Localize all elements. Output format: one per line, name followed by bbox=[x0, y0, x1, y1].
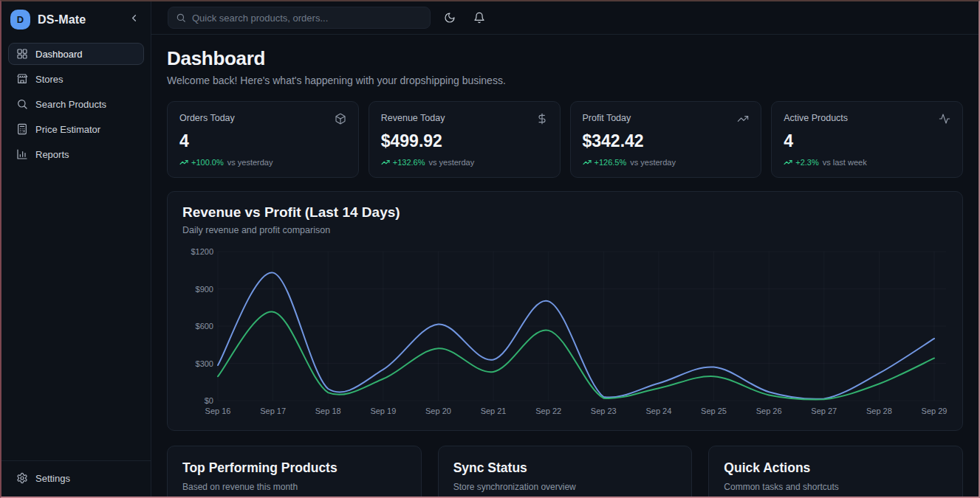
search-input[interactable] bbox=[192, 13, 422, 24]
sidebar-item-dashboard[interactable]: Dashboard bbox=[8, 43, 144, 65]
sidebar-item-search-products[interactable]: Search Products bbox=[8, 93, 144, 115]
y-axis-tick-label: $300 bbox=[196, 359, 213, 368]
package-icon bbox=[335, 113, 346, 125]
x-axis-tick-label: Sep 18 bbox=[315, 407, 341, 415]
page-title: Dashboard bbox=[167, 47, 963, 70]
card-title: Sync Status bbox=[453, 460, 677, 476]
page-subtitle: Welcome back! Here's what's happening wi… bbox=[167, 75, 963, 86]
sidebar-item-label: Search Products bbox=[35, 99, 106, 110]
page-content: Dashboard Welcome back! Here's what's ha… bbox=[151, 35, 979, 497]
sidebar-nav: Dashboard Stores Search Products Price E… bbox=[1, 37, 151, 171]
trending-up-icon bbox=[737, 113, 749, 125]
sidebar-item-label: Reports bbox=[35, 149, 69, 160]
sidebar-item-label: Settings bbox=[35, 473, 70, 484]
moon-icon bbox=[444, 12, 456, 24]
x-axis-tick-label: Sep 23 bbox=[591, 407, 617, 415]
trending-up-icon bbox=[784, 158, 792, 167]
chart-subtitle: Daily revenue and profit comparison bbox=[182, 225, 948, 235]
y-axis-tick-label: $0 bbox=[205, 396, 213, 405]
dashboard-grid-icon bbox=[16, 48, 28, 60]
x-axis-tick-label: Sep 19 bbox=[370, 407, 396, 415]
card-subtitle: Common tasks and shortcuts bbox=[724, 482, 948, 492]
sidebar-collapse-button[interactable] bbox=[126, 12, 142, 28]
trending-up-icon bbox=[583, 158, 592, 167]
app-name: DS-Mate bbox=[38, 13, 118, 27]
main-area: Dashboard Welcome back! Here's what's ha… bbox=[151, 1, 979, 497]
stat-change-suffix: vs yesterday bbox=[227, 158, 273, 167]
trend-up-group: +100.0% bbox=[179, 158, 224, 167]
stat-card-orders-today: Orders Today 4 +100.0% vs yesterday bbox=[167, 101, 359, 178]
stat-value: 4 bbox=[179, 131, 346, 151]
stat-change: +126.5% bbox=[594, 158, 627, 167]
x-axis-tick-label: Sep 28 bbox=[866, 407, 892, 415]
sidebar-spacer bbox=[1, 171, 151, 460]
stat-label: Active Products bbox=[784, 113, 848, 123]
bar-chart-icon bbox=[16, 148, 28, 160]
card-subtitle: Based on revenue this month bbox=[182, 482, 406, 492]
stat-value: $499.92 bbox=[381, 131, 548, 151]
sync-status-card: Sync Status Store synchronization overvi… bbox=[438, 446, 693, 497]
trend-up-group: +126.5% bbox=[583, 158, 627, 167]
logo-letter: D bbox=[17, 14, 24, 25]
line-chart: $0$300$600$900$1200Sep 16Sep 17Sep 18Sep… bbox=[182, 244, 948, 420]
stat-card-active-products: Active Products 4 +2.3% vs last week bbox=[771, 101, 963, 178]
brand: D DS-Mate bbox=[1, 1, 151, 37]
store-icon bbox=[16, 73, 28, 85]
trending-up-icon bbox=[381, 158, 390, 167]
search-icon bbox=[176, 13, 186, 23]
notifications-button[interactable] bbox=[469, 7, 490, 28]
x-axis-tick-label: Sep 27 bbox=[811, 407, 837, 415]
gear-icon bbox=[16, 472, 28, 484]
stat-card-profit-today: Profit Today $342.42 +126.5% vs yesterda… bbox=[570, 101, 762, 178]
dollar-icon bbox=[536, 113, 548, 125]
x-axis-tick-label: Sep 26 bbox=[756, 407, 782, 415]
stat-change-suffix: vs yesterday bbox=[428, 158, 474, 167]
x-axis-tick-label: Sep 29 bbox=[922, 407, 948, 415]
revenue-line bbox=[218, 272, 934, 398]
sidebar-item-price-estimator[interactable]: Price Estimator bbox=[8, 118, 144, 140]
y-axis-tick-label: $600 bbox=[196, 322, 213, 331]
quick-actions-card: Quick Actions Common tasks and shortcuts bbox=[708, 446, 963, 497]
topbar bbox=[151, 1, 979, 35]
trending-up-icon bbox=[179, 158, 188, 167]
stat-change: +132.6% bbox=[393, 158, 425, 167]
stat-change-suffix: vs yesterday bbox=[630, 158, 676, 167]
x-axis-tick-label: Sep 25 bbox=[701, 407, 727, 415]
sidebar-item-reports[interactable]: Reports bbox=[8, 143, 144, 165]
quick-search[interactable] bbox=[168, 7, 431, 29]
sidebar-item-label: Price Estimator bbox=[35, 124, 100, 135]
card-title: Top Performing Products bbox=[182, 460, 406, 476]
stat-card-revenue-today: Revenue Today $499.92 +132.6% vs yesterd… bbox=[369, 101, 561, 178]
top-performing-products-card: Top Performing Products Based on revenue… bbox=[167, 446, 422, 497]
app-logo: D bbox=[10, 10, 30, 30]
x-axis-tick-label: Sep 16 bbox=[205, 407, 231, 415]
y-axis-tick-label: $900 bbox=[196, 285, 213, 294]
chevron-left-icon bbox=[129, 13, 140, 27]
stat-label: Profit Today bbox=[583, 113, 631, 123]
trend-up-group: +2.3% bbox=[784, 158, 819, 167]
stat-value: $342.42 bbox=[583, 131, 750, 151]
chart-svg: $0$300$600$900$1200Sep 16Sep 17Sep 18Sep… bbox=[182, 244, 946, 420]
chart-title: Revenue vs Profit (Last 14 Days) bbox=[182, 204, 948, 221]
stats-row: Orders Today 4 +100.0% vs yesterday Rev bbox=[167, 101, 963, 178]
calculator-icon bbox=[16, 123, 28, 135]
x-axis-tick-label: Sep 21 bbox=[481, 407, 507, 415]
x-axis-tick-label: Sep 24 bbox=[645, 407, 671, 415]
x-axis-tick-label: Sep 22 bbox=[535, 407, 561, 415]
x-axis-tick-label: Sep 17 bbox=[260, 407, 286, 415]
sidebar-item-stores[interactable]: Stores bbox=[8, 68, 144, 90]
sidebar: D DS-Mate Dashboard Stores Search Produc… bbox=[1, 1, 151, 497]
card-subtitle: Store synchronization overview bbox=[453, 482, 677, 492]
trend-up-group: +132.6% bbox=[381, 158, 425, 167]
search-icon bbox=[16, 98, 28, 110]
y-axis-tick-label: $1200 bbox=[191, 247, 213, 256]
stat-label: Revenue Today bbox=[381, 113, 445, 123]
stat-change: +2.3% bbox=[795, 158, 819, 167]
sidebar-footer: Settings bbox=[1, 460, 151, 497]
sidebar-item-label: Dashboard bbox=[35, 49, 83, 60]
theme-toggle-button[interactable] bbox=[439, 7, 460, 28]
sidebar-item-settings[interactable]: Settings bbox=[8, 467, 144, 489]
card-title: Quick Actions bbox=[724, 460, 948, 476]
bell-icon bbox=[473, 12, 485, 24]
sidebar-item-label: Stores bbox=[35, 74, 64, 85]
